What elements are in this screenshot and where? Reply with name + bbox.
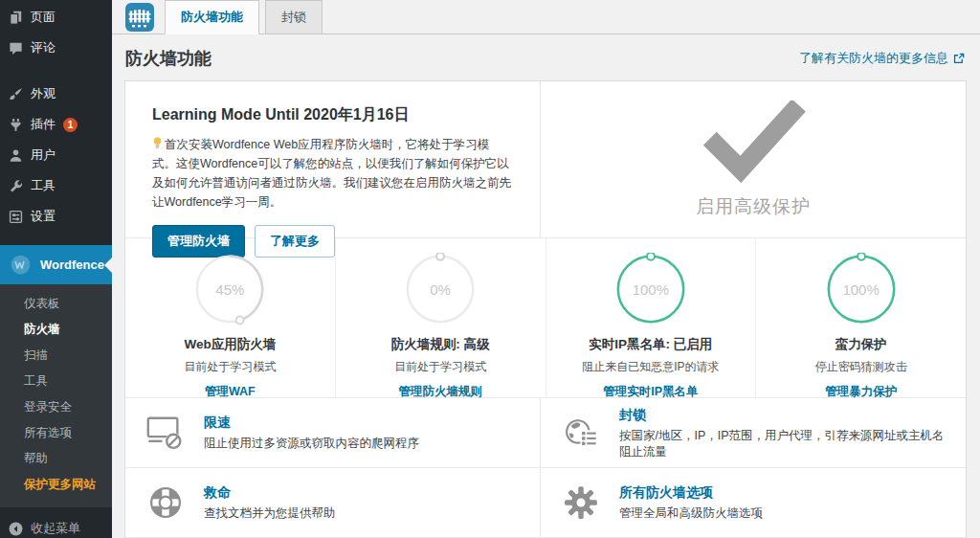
sidebar-item-label: 评论 [31,39,56,56]
appearance-icon [9,87,23,101]
waf-gauge-percent: 45% [193,253,266,325]
submenu-item-dashboard[interactable]: 仪表板 [0,291,112,317]
rules-gauge-percent: 0% [404,253,477,325]
sidebar-item-comments[interactable]: 评论 [0,33,112,63]
feature-text: 救命 查找文档并为您提供帮助 [204,483,336,522]
sidebar-item-label: 用户 [31,146,56,164]
learn-more-firewall-label: 了解有关防火墙的更多信息 [799,50,948,67]
rules-gauge-dial: 0% [404,253,477,325]
pages-icon [9,11,23,25]
submenu-item-protect-more-sites[interactable]: 保护更多网站 [0,472,112,498]
page-title: 防火墙功能 [125,47,212,70]
sidebar-item-label: 外观 [31,85,56,102]
enable-premium-protection[interactable]: 启用高级保护 [541,81,966,237]
sidebar-item-plugins[interactable]: 插件 1 [0,109,112,140]
learn-more-firewall-link[interactable]: 了解有关防火墙的更多信息 [799,50,965,67]
users-icon [9,148,23,163]
blocking-link[interactable]: 封锁 [619,407,646,422]
sidebar-item-label: Wordfence [40,258,104,272]
sidebar-item-tools[interactable]: 工具 [0,170,112,201]
sidebar-item-label: 设置 [31,208,56,225]
checkmark-icon [700,101,807,183]
rules-gauge-title: 防火墙规则: 高级 [391,336,490,353]
collapse-menu-button[interactable]: 收起菜单 [0,510,112,538]
main-content: 防火墙功能 封锁 防火墙功能 了解有关防火墙的更多信息 Learning Mod… [112,0,980,538]
submenu-item-all-options[interactable]: 所有选项 [0,420,112,446]
titlebar: 防火墙功能 了解有关防火墙的更多信息 [112,34,980,80]
learning-mode-section: Learning Mode Until 2020年1月16日 首次安装Wordf… [125,81,541,237]
waf-gauge-subtitle: 目前处于学习模式 [184,359,276,375]
brute-force-gauge-title: 蛮力保护 [835,336,887,353]
features-row-1: 限速 阻止使用过多资源或窃取内容的爬网程序 [125,398,966,468]
wordfence-submenu: 仪表板 防火墙 扫描 工具 登录安全 所有选项 帮助 保护更多网站 [0,284,112,507]
enable-premium-label: 启用高级保护 [696,194,811,219]
sidebar-item-settings[interactable]: 设置 [0,201,112,232]
features-row-2: 救命 查找文档并为您提供帮助 [125,468,966,538]
submenu-item-help[interactable]: 帮助 [0,446,112,472]
firewall-wall-icon [125,3,154,32]
blacklist-gauge-percent: 100% [614,253,687,325]
firewall-panel: Learning Mode Until 2020年1月16日 首次安装Wordf… [124,80,967,538]
lightbulb-icon [152,137,163,149]
plugins-icon [9,118,23,132]
sidebar-item-users[interactable]: 用户 [0,140,112,170]
gear-icon [560,485,602,520]
feature-text: 限速 阻止使用过多资源或窃取内容的爬网程序 [204,414,419,452]
sidebar-item-pages[interactable]: 页面 [0,0,112,33]
learning-mode-text: 首次安装Wordfence Web应用程序防火墙时，它将处于学习模式。这使Wor… [152,138,511,209]
waf-gauge-title: Web应用防火墙 [184,336,276,353]
sidebar-item-appearance[interactable]: 外观 [0,78,112,109]
help-desc: 查找文档并为您提供帮助 [204,505,336,522]
life-ring-icon [145,485,187,520]
submenu-item-scan[interactable]: 扫描 [0,343,112,369]
wordfence-logo-icon [9,253,33,277]
blacklist-gauge-subtitle: 阻止来自已知恶意IP的请求 [582,359,719,375]
external-link-icon [953,53,965,64]
gauge-brute-force: 100% 蛮力保护 停止密码猜测攻击 管理暴力保护 [756,238,966,397]
sidebar-item-wordfence[interactable]: Wordfence [0,245,112,284]
current-menu-arrow [104,258,112,273]
learning-mode-description: 首次安装Wordfence Web应用程序防火墙时，它将处于学习模式。这使Wor… [152,135,513,212]
submenu-item-login-security[interactable]: 登录安全 [0,394,112,420]
collapse-menu-label: 收起菜单 [31,520,80,537]
settings-icon [9,210,23,224]
tools-icon [9,179,23,193]
globe-list-icon [560,416,602,449]
feature-all-firewall-options: 所有防火墙选项 管理全局和高级防火墙选项 [541,468,966,537]
brute-force-gauge-percent: 100% [825,253,898,325]
rate-limiting-link[interactable]: 限速 [204,415,231,430]
sidebar-item-label: 工具 [31,177,56,194]
firewall-tabbar: 防火墙功能 封锁 [112,0,980,34]
feature-help: 救命 查找文档并为您提供帮助 [125,468,541,537]
feature-text: 所有防火墙选项 管理全局和高级防火墙选项 [619,483,763,522]
sidebar-item-label: 插件 [31,116,56,133]
blacklist-gauge-title: 实时IP黑名单: 已启用 [589,336,712,353]
gauge-waf: 45% Web应用防火墙 目前处于学习模式 管理WAF [125,238,336,397]
waf-gauge-dial: 45% [193,253,266,325]
all-firewall-options-desc: 管理全局和高级防火墙选项 [619,505,763,522]
submenu-item-tools[interactable]: 工具 [0,369,112,394]
feature-text: 封锁 按国家/地区，IP，IP范围，用户代理，引荐来源网址或主机名阻止流量 [619,406,948,460]
plugins-update-badge: 1 [63,118,78,132]
gauge-blacklist: 100% 实时IP黑名单: 已启用 阻止来自已知恶意IP的请求 管理实时IP黑名… [546,238,757,397]
rate-limiting-desc: 阻止使用过多资源或窃取内容的爬网程序 [204,436,419,452]
feature-blocking: 封锁 按国家/地区，IP，IP范围，用户代理，引荐来源网址或主机名阻止流量 [541,398,966,467]
gauge-rules: 0% 防火墙规则: 高级 目前处于学习模式 管理防火墙规则 [336,238,546,397]
blacklist-gauge-dial: 100% [614,253,687,325]
status-row: Learning Mode Until 2020年1月16日 首次安装Wordf… [125,81,966,238]
help-link[interactable]: 救命 [204,484,231,500]
admin-sidebar: 页面 评论 外观 插件 1 用户 工具 设置 Wor [0,0,112,538]
brute-force-gauge-dial: 100% [825,253,898,325]
tab-firewall-options[interactable]: 防火墙功能 [165,0,259,34]
all-firewall-options-link[interactable]: 所有防火墙选项 [619,484,713,500]
rules-gauge-subtitle: 目前处于学习模式 [394,359,486,375]
feature-rate-limiting: 限速 阻止使用过多资源或窃取内容的爬网程序 [125,398,541,467]
sidebar-item-label: 页面 [31,9,56,26]
submenu-item-firewall[interactable]: 防火墙 [0,317,112,343]
app-window: 页面 评论 外观 插件 1 用户 工具 设置 Wor [0,0,980,538]
brute-force-gauge-subtitle: 停止密码猜测攻击 [815,359,907,375]
tab-blocking[interactable]: 封锁 [265,0,323,34]
monitor-blocked-icon [145,415,187,450]
comments-icon [9,41,23,56]
blocking-desc: 按国家/地区，IP，IP范围，用户代理，引荐来源网址或主机名阻止流量 [619,428,948,460]
